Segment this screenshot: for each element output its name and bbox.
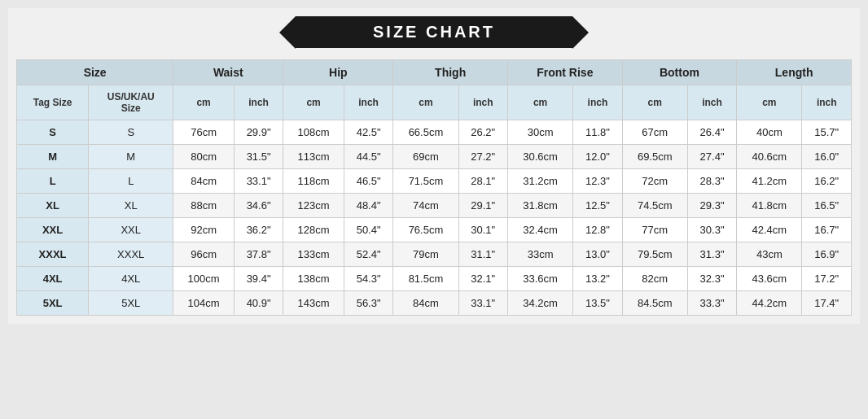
table-cell: 33.3"	[687, 291, 736, 316]
table-row: 5XL5XL104cm40.9"143cm56.3"84cm33.1"34.2c…	[17, 291, 852, 316]
table-cell: 26.4"	[687, 120, 736, 145]
table-cell: L	[89, 169, 173, 194]
table-cell: 80cm	[173, 145, 235, 169]
table-cell: 108cm	[283, 120, 344, 145]
table-cell: 69.5cm	[622, 145, 687, 169]
table-cell: 138cm	[283, 267, 344, 291]
table-cell: 33.1"	[458, 291, 507, 316]
table-cell: 84cm	[393, 291, 458, 316]
subh-bot-cm: cm	[622, 85, 687, 120]
table-cell: 30.3"	[687, 218, 736, 242]
table-cell: 13.2"	[573, 267, 622, 291]
table-row: LL84cm33.1"118cm46.5"71.5cm28.1"31.2cm12…	[17, 169, 852, 194]
table-cell: 79.5cm	[622, 242, 687, 267]
table-cell: 128cm	[283, 218, 344, 242]
table-cell: 100cm	[173, 267, 235, 291]
table-row: XXLXXL92cm36.2"128cm50.4"76.5cm30.1"32.4…	[17, 218, 852, 242]
table-cell: 48.4"	[344, 194, 392, 218]
col-hip-header: Hip	[283, 60, 393, 85]
table-row: SS76cm29.9"108cm42.5"66.5cm26.2"30cm11.8…	[17, 120, 852, 145]
table-cell: 118cm	[283, 169, 344, 194]
table-cell: 54.3"	[344, 267, 392, 291]
table-cell: 15.7"	[802, 120, 852, 145]
title-text: SIZE CHART	[373, 23, 495, 41]
table-cell: 123cm	[283, 194, 344, 218]
table-cell: 26.2"	[458, 120, 507, 145]
table-cell: 42.4cm	[737, 218, 802, 242]
table-cell: 28.3"	[687, 169, 736, 194]
subh-thigh-cm: cm	[393, 85, 458, 120]
table-cell: 42.5"	[344, 120, 392, 145]
table-cell: 12.0"	[573, 145, 622, 169]
table-cell: 36.2"	[234, 218, 283, 242]
table-cell: 4XL	[17, 267, 89, 291]
table-cell: 104cm	[173, 291, 235, 316]
size-table-body: SS76cm29.9"108cm42.5"66.5cm26.2"30cm11.8…	[17, 120, 852, 316]
table-cell: 52.4"	[344, 242, 392, 267]
page-wrapper: SIZE CHART Size Waist Hip Thigh Front Ri…	[8, 8, 860, 324]
table-cell: XXXL	[89, 242, 173, 267]
col-length-header: Length	[737, 60, 852, 85]
table-cell: 133cm	[283, 242, 344, 267]
table-row: 4XL4XL100cm39.4"138cm54.3"81.5cm32.1"33.…	[17, 267, 852, 291]
table-cell: 69cm	[393, 145, 458, 169]
table-cell: 27.2"	[458, 145, 507, 169]
table-cell: M	[17, 145, 89, 169]
table-cell: 32.4cm	[507, 218, 572, 242]
table-cell: 32.1"	[458, 267, 507, 291]
table-cell: 31.1"	[458, 242, 507, 267]
table-cell: 67cm	[622, 120, 687, 145]
table-cell: 43cm	[737, 242, 802, 267]
table-cell: 96cm	[173, 242, 235, 267]
table-cell: 31.5"	[234, 145, 283, 169]
subh-fr-cm: cm	[507, 85, 572, 120]
col-thigh-header: Thigh	[393, 60, 508, 85]
col-frontrise-header: Front Rise	[507, 60, 622, 85]
table-cell: S	[17, 120, 89, 145]
col-bottom-header: Bottom	[622, 60, 737, 85]
table-cell: 29.1"	[458, 194, 507, 218]
table-cell: 76.5cm	[393, 218, 458, 242]
table-cell: 44.2cm	[737, 291, 802, 316]
table-cell: 16.0"	[802, 145, 852, 169]
table-cell: 77cm	[622, 218, 687, 242]
table-cell: 41.8cm	[737, 194, 802, 218]
table-cell: 29.9"	[234, 120, 283, 145]
table-cell: 113cm	[283, 145, 344, 169]
table-cell: 88cm	[173, 194, 235, 218]
table-cell: 84.5cm	[622, 291, 687, 316]
subh-bot-in: inch	[687, 85, 736, 120]
table-cell: 32.3"	[687, 267, 736, 291]
table-cell: 11.8"	[573, 120, 622, 145]
table-cell: 71.5cm	[393, 169, 458, 194]
table-cell: 43.6cm	[737, 267, 802, 291]
col-waist-header: Waist	[173, 60, 283, 85]
table-cell: 4XL	[89, 267, 173, 291]
table-cell: 33.6cm	[507, 267, 572, 291]
table-cell: 16.7"	[802, 218, 852, 242]
table-cell: 50.4"	[344, 218, 392, 242]
table-cell: 39.4"	[234, 267, 283, 291]
subh-len-cm: cm	[737, 85, 802, 120]
table-cell: 34.6"	[234, 194, 283, 218]
table-cell: 16.9"	[802, 242, 852, 267]
table-cell: 13.0"	[573, 242, 622, 267]
subh-hip-cm: cm	[283, 85, 344, 120]
table-cell: 34.2cm	[507, 291, 572, 316]
table-cell: 30.1"	[458, 218, 507, 242]
table-cell: 30cm	[507, 120, 572, 145]
table-cell: 66.5cm	[393, 120, 458, 145]
table-cell: XL	[17, 194, 89, 218]
header-sub-row: Tag Size US/UK/AUSize cm inch cm inch cm…	[17, 85, 852, 120]
table-cell: XXXL	[17, 242, 89, 267]
table-cell: 82cm	[622, 267, 687, 291]
table-cell: 27.4"	[687, 145, 736, 169]
table-cell: XXL	[89, 218, 173, 242]
table-cell: 13.5"	[573, 291, 622, 316]
table-cell: 44.5"	[344, 145, 392, 169]
table-cell: 12.3"	[573, 169, 622, 194]
table-cell: 46.5"	[344, 169, 392, 194]
table-cell: 41.2cm	[737, 169, 802, 194]
subh-waist-in: inch	[234, 85, 283, 120]
col-size-header: Size	[17, 60, 173, 85]
